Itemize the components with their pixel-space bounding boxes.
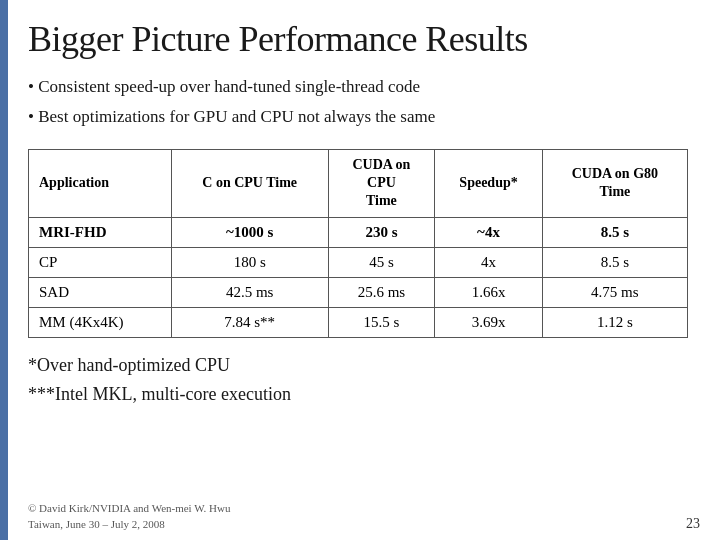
col-header-app: Application	[29, 150, 172, 218]
cell-cuda-cpu: 45 s	[328, 247, 435, 277]
cell-c-cpu: 180 s	[171, 247, 328, 277]
footer-text: © David Kirk/NVIDIA and Wen-mei W. Hwu T…	[28, 501, 231, 532]
page-title: Bigger Picture Performance Results	[28, 18, 700, 60]
table-row: MRI-FHD ~1000 s 230 s ~4x 8.5 s	[29, 217, 688, 247]
cell-cuda-g80: 4.75 ms	[542, 277, 687, 307]
cell-c-cpu: 42.5 ms	[171, 277, 328, 307]
cell-app: CP	[29, 247, 172, 277]
col-header-speedup: Speedup*	[435, 150, 542, 218]
col-header-cpu-time: C on CPU Time	[171, 150, 328, 218]
cell-cuda-cpu: 15.5 s	[328, 307, 435, 337]
cell-cuda-cpu: 230 s	[328, 217, 435, 247]
cell-cuda-g80: 1.12 s	[542, 307, 687, 337]
cell-cuda-cpu: 25.6 ms	[328, 277, 435, 307]
bullet-list: Consistent speed-up over hand-tuned sing…	[28, 74, 700, 129]
footnotes-block: *Over hand-optimized CPU ***Intel MKL, m…	[28, 352, 700, 408]
table-row: MM (4Kx4K) 7.84 s** 15.5 s 3.69x 1.12 s	[29, 307, 688, 337]
cell-cuda-g80: 8.5 s	[542, 217, 687, 247]
performance-table: Application C on CPU Time CUDA onCPUTime…	[28, 149, 688, 338]
footer-line2: Taiwan, June 30 – July 2, 2008	[28, 517, 231, 532]
cell-app: SAD	[29, 277, 172, 307]
cell-speedup: ~4x	[435, 217, 542, 247]
col-header-cuda-g80: CUDA on G80Time	[542, 150, 687, 218]
footnote-1: *Over hand-optimized CPU	[28, 352, 700, 379]
footnote-2: ***Intel MKL, multi-core execution	[28, 381, 700, 408]
cell-app: MM (4Kx4K)	[29, 307, 172, 337]
left-accent-bar	[0, 0, 8, 540]
cell-c-cpu: ~1000 s	[171, 217, 328, 247]
cell-speedup: 4x	[435, 247, 542, 277]
cell-cuda-g80: 8.5 s	[542, 247, 687, 277]
footer-line1: © David Kirk/NVIDIA and Wen-mei W. Hwu	[28, 501, 231, 516]
bullet-item-1: Consistent speed-up over hand-tuned sing…	[28, 74, 700, 100]
cell-speedup: 3.69x	[435, 307, 542, 337]
table-row: CP 180 s 45 s 4x 8.5 s	[29, 247, 688, 277]
cell-c-cpu: 7.84 s**	[171, 307, 328, 337]
page-number: 23	[686, 516, 700, 532]
col-header-cuda-cpu: CUDA onCPUTime	[328, 150, 435, 218]
bullet-item-2: Best optimizations for GPU and CPU not a…	[28, 104, 700, 130]
cell-speedup: 1.66x	[435, 277, 542, 307]
table-row: SAD 42.5 ms 25.6 ms 1.66x 4.75 ms	[29, 277, 688, 307]
cell-app: MRI-FHD	[29, 217, 172, 247]
